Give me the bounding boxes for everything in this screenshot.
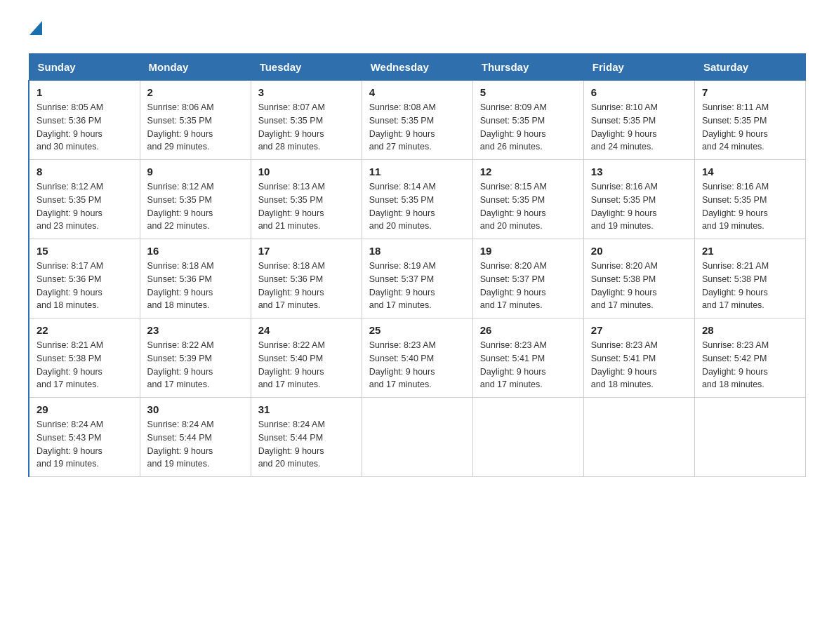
weekday-header-sunday: Sunday (29, 54, 140, 81)
day-info: Sunrise: 8:13 AM Sunset: 5:35 PM Dayligh… (258, 180, 355, 233)
calendar-cell: 26 Sunrise: 8:23 AM Sunset: 5:41 PM Dayl… (472, 318, 583, 398)
calendar-cell: 25 Sunrise: 8:23 AM Sunset: 5:40 PM Dayl… (362, 318, 472, 398)
day-number: 2 (147, 86, 244, 98)
day-number: 20 (591, 245, 687, 257)
day-info: Sunrise: 8:16 AM Sunset: 5:35 PM Dayligh… (702, 180, 798, 233)
page-header (28, 21, 806, 39)
weekday-header-wednesday: Wednesday (362, 54, 472, 81)
day-number: 24 (258, 324, 355, 336)
calendar-cell: 9 Sunrise: 8:12 AM Sunset: 5:35 PM Dayli… (140, 160, 251, 239)
day-number: 25 (369, 324, 465, 336)
day-number: 18 (369, 245, 465, 257)
day-info: Sunrise: 8:23 AM Sunset: 5:41 PM Dayligh… (480, 339, 576, 391)
day-info: Sunrise: 8:08 AM Sunset: 5:35 PM Dayligh… (369, 101, 465, 154)
day-number: 8 (37, 166, 133, 177)
day-info: Sunrise: 8:19 AM Sunset: 5:37 PM Dayligh… (369, 260, 465, 312)
day-info: Sunrise: 8:12 AM Sunset: 5:35 PM Dayligh… (37, 180, 133, 233)
day-info: Sunrise: 8:07 AM Sunset: 5:35 PM Dayligh… (258, 101, 355, 154)
day-number: 10 (258, 166, 355, 177)
calendar-cell: 1 Sunrise: 8:05 AM Sunset: 5:36 PM Dayli… (29, 81, 140, 160)
day-info: Sunrise: 8:21 AM Sunset: 5:38 PM Dayligh… (702, 260, 798, 312)
day-info: Sunrise: 8:18 AM Sunset: 5:36 PM Dayligh… (258, 260, 355, 312)
calendar-cell: 10 Sunrise: 8:13 AM Sunset: 5:35 PM Dayl… (251, 160, 362, 239)
calendar-cell: 13 Sunrise: 8:16 AM Sunset: 5:35 PM Dayl… (583, 160, 694, 239)
day-number: 29 (37, 403, 133, 415)
calendar-cell: 22 Sunrise: 8:21 AM Sunset: 5:38 PM Dayl… (29, 318, 140, 398)
day-info: Sunrise: 8:20 AM Sunset: 5:38 PM Dayligh… (591, 260, 687, 312)
calendar-cell: 23 Sunrise: 8:22 AM Sunset: 5:39 PM Dayl… (140, 318, 251, 398)
day-info: Sunrise: 8:10 AM Sunset: 5:35 PM Dayligh… (591, 101, 687, 154)
weekday-header-thursday: Thursday (472, 54, 583, 81)
calendar-cell: 2 Sunrise: 8:06 AM Sunset: 5:35 PM Dayli… (140, 81, 251, 160)
day-number: 26 (480, 324, 576, 336)
day-number: 27 (591, 324, 687, 336)
day-info: Sunrise: 8:15 AM Sunset: 5:35 PM Dayligh… (480, 180, 576, 233)
day-number: 14 (702, 166, 798, 177)
calendar-cell: 5 Sunrise: 8:09 AM Sunset: 5:35 PM Dayli… (472, 81, 583, 160)
day-number: 17 (258, 245, 355, 257)
day-number: 16 (147, 245, 244, 257)
day-number: 12 (480, 166, 576, 177)
day-info: Sunrise: 8:09 AM Sunset: 5:35 PM Dayligh… (480, 101, 576, 154)
calendar-cell: 24 Sunrise: 8:22 AM Sunset: 5:40 PM Dayl… (251, 318, 362, 398)
day-number: 23 (147, 324, 244, 336)
calendar-cell: 27 Sunrise: 8:23 AM Sunset: 5:41 PM Dayl… (583, 318, 694, 398)
calendar-week-row: 15 Sunrise: 8:17 AM Sunset: 5:36 PM Dayl… (29, 239, 806, 318)
day-info: Sunrise: 8:11 AM Sunset: 5:35 PM Dayligh… (702, 101, 798, 154)
calendar-cell (472, 398, 583, 477)
weekday-header-tuesday: Tuesday (251, 54, 362, 81)
calendar-cell: 11 Sunrise: 8:14 AM Sunset: 5:35 PM Dayl… (362, 160, 472, 239)
day-info: Sunrise: 8:06 AM Sunset: 5:35 PM Dayligh… (147, 101, 244, 154)
day-number: 9 (147, 166, 244, 177)
weekday-header-friday: Friday (583, 54, 694, 81)
calendar-table: SundayMondayTuesdayWednesdayThursdayFrid… (28, 53, 806, 477)
calendar-cell: 3 Sunrise: 8:07 AM Sunset: 5:35 PM Dayli… (251, 81, 362, 160)
calendar-cell: 29 Sunrise: 8:24 AM Sunset: 5:43 PM Dayl… (29, 398, 140, 477)
day-info: Sunrise: 8:14 AM Sunset: 5:35 PM Dayligh… (369, 180, 465, 233)
calendar-cell: 21 Sunrise: 8:21 AM Sunset: 5:38 PM Dayl… (694, 239, 805, 318)
day-number: 21 (702, 245, 798, 257)
calendar-cell (694, 398, 805, 477)
weekday-header-saturday: Saturday (694, 54, 805, 81)
logo (28, 21, 42, 39)
day-number: 6 (591, 86, 687, 98)
calendar-cell: 8 Sunrise: 8:12 AM Sunset: 5:35 PM Dayli… (29, 160, 140, 239)
calendar-week-row: 22 Sunrise: 8:21 AM Sunset: 5:38 PM Dayl… (29, 318, 806, 398)
day-info: Sunrise: 8:23 AM Sunset: 5:42 PM Dayligh… (702, 339, 798, 391)
day-number: 22 (37, 324, 133, 336)
day-info: Sunrise: 8:12 AM Sunset: 5:35 PM Dayligh… (147, 180, 244, 233)
day-number: 3 (258, 86, 355, 98)
calendar-cell: 14 Sunrise: 8:16 AM Sunset: 5:35 PM Dayl… (694, 160, 805, 239)
weekday-header-row: SundayMondayTuesdayWednesdayThursdayFrid… (29, 54, 806, 81)
day-info: Sunrise: 8:05 AM Sunset: 5:36 PM Dayligh… (37, 101, 133, 154)
day-info: Sunrise: 8:24 AM Sunset: 5:44 PM Dayligh… (147, 418, 244, 471)
day-info: Sunrise: 8:17 AM Sunset: 5:36 PM Dayligh… (37, 260, 133, 312)
calendar-cell: 12 Sunrise: 8:15 AM Sunset: 5:35 PM Dayl… (472, 160, 583, 239)
day-info: Sunrise: 8:20 AM Sunset: 5:37 PM Dayligh… (480, 260, 576, 312)
calendar-cell: 17 Sunrise: 8:18 AM Sunset: 5:36 PM Dayl… (251, 239, 362, 318)
day-info: Sunrise: 8:21 AM Sunset: 5:38 PM Dayligh… (37, 339, 133, 391)
calendar-cell: 28 Sunrise: 8:23 AM Sunset: 5:42 PM Dayl… (694, 318, 805, 398)
calendar-cell: 30 Sunrise: 8:24 AM Sunset: 5:44 PM Dayl… (140, 398, 251, 477)
calendar-cell: 16 Sunrise: 8:18 AM Sunset: 5:36 PM Dayl… (140, 239, 251, 318)
day-info: Sunrise: 8:22 AM Sunset: 5:39 PM Dayligh… (147, 339, 244, 391)
day-number: 5 (480, 86, 576, 98)
calendar-cell: 31 Sunrise: 8:24 AM Sunset: 5:44 PM Dayl… (251, 398, 362, 477)
weekday-header-monday: Monday (140, 54, 251, 81)
calendar-cell: 18 Sunrise: 8:19 AM Sunset: 5:37 PM Dayl… (362, 239, 472, 318)
day-number: 19 (480, 245, 576, 257)
day-number: 15 (37, 245, 133, 257)
day-info: Sunrise: 8:22 AM Sunset: 5:40 PM Dayligh… (258, 339, 355, 391)
day-info: Sunrise: 8:23 AM Sunset: 5:40 PM Dayligh… (369, 339, 465, 391)
calendar-cell (362, 398, 472, 477)
calendar-week-row: 8 Sunrise: 8:12 AM Sunset: 5:35 PM Dayli… (29, 160, 806, 239)
calendar-week-row: 29 Sunrise: 8:24 AM Sunset: 5:43 PM Dayl… (29, 398, 806, 477)
day-number: 30 (147, 403, 244, 415)
day-number: 1 (37, 86, 133, 98)
day-number: 28 (702, 324, 798, 336)
day-number: 7 (702, 86, 798, 98)
day-number: 31 (258, 403, 355, 415)
day-info: Sunrise: 8:23 AM Sunset: 5:41 PM Dayligh… (591, 339, 687, 391)
calendar-cell: 15 Sunrise: 8:17 AM Sunset: 5:36 PM Dayl… (29, 239, 140, 318)
calendar-cell: 19 Sunrise: 8:20 AM Sunset: 5:37 PM Dayl… (472, 239, 583, 318)
